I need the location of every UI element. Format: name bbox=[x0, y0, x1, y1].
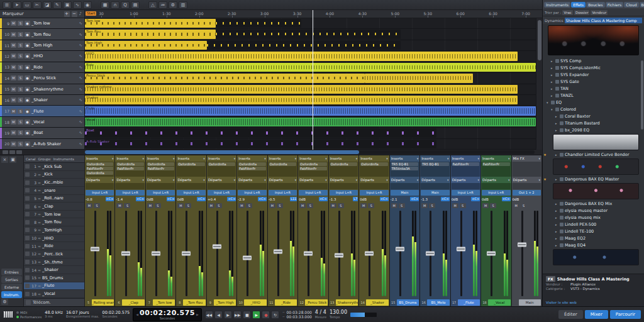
gain-value[interactable]: 0dB bbox=[452, 197, 458, 201]
channel-row[interactable]: 11≈_Ride bbox=[24, 242, 84, 250]
sends-header[interactable]: Départs▾ bbox=[268, 177, 297, 183]
eraser-tool-icon[interactable]: ◪ bbox=[43, 1, 52, 9]
scrollbar-thumb[interactable] bbox=[538, 20, 541, 60]
strip-name[interactable]: _Ride bbox=[275, 299, 297, 306]
parcourir-view-button[interactable]: Parcourir bbox=[610, 310, 641, 319]
inserts-header[interactable]: Inserts▾ bbox=[359, 155, 389, 162]
strip-mute-button[interactable]: M bbox=[513, 203, 519, 208]
inserts-header[interactable]: Inserts▾ bbox=[268, 155, 297, 162]
io-label[interactable]: Input L+R bbox=[86, 190, 114, 196]
browser-item[interactable]: ▸Maag EQ2 bbox=[543, 235, 644, 242]
io-label[interactable]: Input L+R bbox=[116, 190, 144, 196]
track-header[interactable]: 14MS●_Percu Stick∿ bbox=[0, 73, 85, 83]
column-groupe[interactable]: Groupe bbox=[38, 157, 51, 161]
column-canal[interactable]: Canal bbox=[26, 157, 36, 161]
track-mute-button[interactable]: M bbox=[11, 32, 16, 37]
channel-row[interactable]: 6≈_Clap bbox=[24, 203, 84, 211]
fader-handle[interactable] bbox=[304, 252, 313, 256]
record-time-field[interactable]: 16:07 jours Enregistrement max. bbox=[66, 311, 99, 319]
clip[interactable]: Tom flou bbox=[85, 30, 216, 38]
gain-value[interactable]: -2.9 bbox=[238, 197, 245, 201]
io-label[interactable]: Main bbox=[421, 190, 449, 196]
sends-list[interactable] bbox=[177, 183, 205, 189]
gain-value[interactable]: -1.3 bbox=[421, 197, 428, 201]
sends-header[interactable]: Départs▾ bbox=[451, 177, 480, 183]
gain-value[interactable]: -0.5 bbox=[269, 197, 275, 201]
playhead[interactable] bbox=[313, 10, 313, 150]
track-solo-button[interactable]: S bbox=[18, 43, 23, 48]
gain-value[interactable]: 0dB bbox=[513, 197, 519, 201]
channel-row[interactable]: 14≈_Shaker bbox=[24, 266, 84, 274]
track-size-button[interactable] bbox=[3, 150, 8, 154]
sends-list[interactable] bbox=[330, 183, 358, 189]
sends-list[interactable] bbox=[452, 183, 480, 189]
insert-slot[interactable]: OxfordInfla bbox=[147, 162, 174, 166]
fader-handle[interactable] bbox=[396, 247, 404, 252]
insert-slot[interactable]: OxfordInfla bbox=[360, 162, 387, 166]
track-lane[interactable]: Boat bbox=[85, 128, 536, 138]
fader-handle[interactable] bbox=[274, 250, 282, 254]
strip-solo-button[interactable]: S bbox=[399, 203, 405, 208]
browser-scrollbar-thumb[interactable] bbox=[641, 60, 643, 130]
track-mute-button[interactable]: M bbox=[11, 65, 16, 70]
channel-row[interactable]: 5≈_Roll..nare bbox=[24, 195, 84, 203]
track-solo-button[interactable]: S bbox=[18, 97, 23, 103]
strip-solo-button[interactable]: S bbox=[246, 203, 252, 208]
inserts-list[interactable]: OxfordInflaFabFilterPr bbox=[116, 162, 144, 177]
tab-cloud[interactable]: Cloud bbox=[624, 2, 638, 8]
io-label[interactable]: Input L+R bbox=[208, 190, 236, 196]
pan-value[interactable]: <C> bbox=[471, 197, 480, 201]
pan-value[interactable]: <C> bbox=[502, 197, 511, 201]
strip-name[interactable]: BS_Melo bbox=[427, 299, 449, 306]
plugin-preview-thumbnail[interactable] bbox=[548, 25, 639, 55]
track-lane[interactable]: Percu Stick bbox=[85, 73, 536, 83]
track-mute-button[interactable]: M bbox=[11, 97, 16, 103]
pan-value[interactable]: <C> bbox=[410, 197, 419, 201]
sends-list[interactable] bbox=[421, 183, 449, 189]
rewind-icon[interactable]: ◀◀ bbox=[205, 311, 213, 319]
time-display[interactable]: ◀ 00:02:20.575 Secondes ▶ bbox=[133, 308, 202, 321]
gain-value[interactable]: -0.8 bbox=[86, 197, 92, 201]
track-size-button[interactable] bbox=[9, 150, 15, 154]
strip-name[interactable]: _Rolling snare bbox=[92, 299, 114, 306]
channel-row[interactable]: 17≈_Flute bbox=[24, 282, 84, 291]
inserts-list[interactable]: OxfordInflaFabFilterPrOxfordInfla bbox=[86, 162, 114, 177]
clip[interactable]: Tom low bbox=[85, 19, 216, 28]
fader-handle[interactable] bbox=[365, 252, 374, 256]
insert-slot[interactable]: OxfordInfla bbox=[269, 162, 296, 166]
insert-slot[interactable]: FabFilterPr bbox=[86, 167, 113, 170]
sends-list[interactable] bbox=[360, 183, 388, 189]
insert-slot[interactable]: FabFilterPr bbox=[452, 162, 479, 166]
stop-icon[interactable]: ■ bbox=[243, 311, 251, 319]
clip[interactable]: Boat bbox=[85, 128, 436, 137]
inserts-list[interactable]: OxfordInfla bbox=[330, 162, 358, 177]
track-header[interactable]: 15MS●_Shakenrythme∿ bbox=[0, 84, 85, 94]
strip-solo-button[interactable]: S bbox=[185, 203, 191, 208]
strip-solo-button[interactable]: S bbox=[338, 203, 344, 208]
browser-item[interactable]: ▸Coral Baxter bbox=[543, 113, 644, 119]
menu-icon[interactable]: ☰ bbox=[3, 1, 11, 9]
sends-header[interactable]: Départs▾ bbox=[176, 177, 206, 183]
pan-value[interactable]: L7 bbox=[353, 197, 358, 201]
arrange-horizontal-scrollbar[interactable] bbox=[85, 150, 535, 154]
timeline-ruler[interactable]: Start 301:001:302:002:303:003:304:004:30… bbox=[85, 10, 542, 18]
channel-row[interactable]: 7≈_Tom low bbox=[24, 211, 84, 219]
secondary-position-field[interactable]: 00:02:20.575 Secondes bbox=[103, 311, 130, 319]
channel-row[interactable]: 9≈_TomHigh bbox=[24, 226, 84, 235]
track-header[interactable]: 13MS●_Ride∿ bbox=[0, 62, 85, 72]
fader-handle[interactable] bbox=[487, 252, 496, 256]
inserts-list[interactable] bbox=[513, 162, 541, 177]
strip-solo-button[interactable]: S bbox=[521, 203, 527, 208]
track-record-button[interactable]: ● bbox=[25, 97, 30, 103]
insert-slot[interactable]: OxfordInfla bbox=[330, 162, 357, 166]
inserts-header[interactable]: Inserts▾ bbox=[420, 155, 450, 162]
layers-icon[interactable]: ≔ bbox=[158, 1, 167, 9]
insert-slot[interactable]: FabFilterPr bbox=[238, 167, 265, 170]
strip-mute-button[interactable]: M bbox=[238, 203, 245, 208]
fader-handle[interactable] bbox=[182, 252, 191, 256]
strip-name[interactable]: _Clap bbox=[122, 299, 144, 306]
pan-value[interactable]: <C> bbox=[167, 197, 175, 201]
strip-name[interactable]: _Tom low bbox=[153, 299, 175, 306]
strip-mute-button[interactable]: M bbox=[86, 203, 92, 208]
pan-value[interactable]: <C> bbox=[227, 197, 236, 201]
